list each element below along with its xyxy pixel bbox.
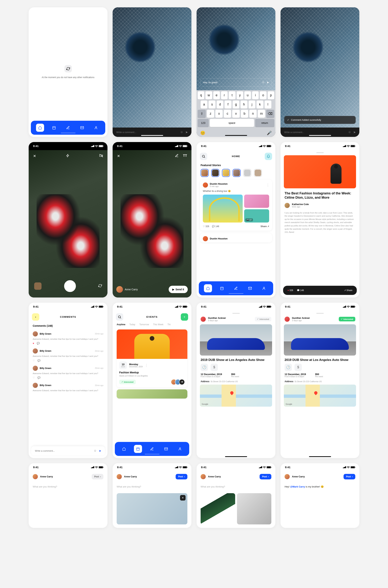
key-j[interactable]: j (248, 100, 255, 109)
event-map[interactable]: Google (284, 385, 356, 407)
more-icon[interactable]: ⋮ (145, 363, 148, 367)
mic-icon[interactable]: 🎤 (267, 131, 272, 135)
nav-profile[interactable] (260, 284, 268, 292)
attached-image[interactable] (237, 493, 271, 524)
key-return[interactable]: return (255, 119, 274, 127)
avatar[interactable] (117, 474, 122, 479)
key-o[interactable]: o (260, 91, 267, 99)
key-t[interactable]: t (229, 91, 235, 99)
text-icon[interactable]: TT (183, 154, 187, 158)
comment-button[interactable]: 💬 148 (297, 289, 304, 292)
attached-image[interactable] (201, 493, 235, 524)
key-a[interactable]: a (201, 100, 207, 109)
avatar[interactable] (33, 366, 38, 371)
nav-calendar[interactable] (134, 445, 142, 453)
share-button[interactable]: Share ↗ (261, 225, 269, 228)
compose-placeholder[interactable]: What are you thinking? (29, 482, 107, 491)
nav-profile[interactable] (176, 445, 184, 453)
interested-chip[interactable]: ✓ Interested (119, 380, 136, 384)
avatar[interactable] (33, 348, 38, 354)
key-q[interactable]: q (198, 91, 204, 99)
event-card[interactable]: 10MON MondayDecember, 2019 ⋮ Fashion Mee… (117, 329, 187, 388)
nav-compose[interactable] (232, 284, 240, 292)
nav-mail[interactable] (162, 445, 170, 453)
drag-handle[interactable] (232, 313, 240, 314)
key-r[interactable]: r (221, 91, 228, 99)
post-button[interactable]: Post › (176, 474, 187, 479)
avatar[interactable] (201, 474, 206, 479)
search-icon[interactable] (116, 313, 123, 321)
emoji-keyboard-icon[interactable]: 😊 (200, 131, 205, 135)
key-u[interactable]: u (244, 91, 251, 99)
like-button[interactable]: ♥ 326 (288, 289, 293, 292)
key-w[interactable]: w (205, 91, 212, 99)
key-x[interactable]: x (215, 110, 223, 118)
search-icon[interactable] (200, 153, 207, 160)
nav-mail[interactable] (246, 284, 254, 292)
post-image[interactable] (244, 195, 269, 208)
key-k[interactable]: k (256, 100, 263, 109)
tab-anytime[interactable]: Anytime (117, 323, 125, 326)
nav-calendar[interactable] (218, 284, 226, 292)
post-image[interactable] (203, 195, 243, 222)
notification-icon[interactable] (265, 153, 272, 160)
close-icon[interactable]: ✕ (117, 154, 120, 158)
tab-tomorrow[interactable]: Tomorrow (139, 323, 149, 326)
avatar[interactable] (33, 331, 38, 337)
key-h[interactable]: h (241, 100, 247, 109)
key-backspace[interactable]: ⌫ (266, 110, 274, 118)
interested-chip[interactable]: ✓ Interested (255, 317, 271, 321)
add-event-button[interactable]: + (181, 313, 188, 321)
event-card[interactable] (117, 389, 187, 398)
story-item[interactable] (222, 169, 230, 177)
drag-handle[interactable] (316, 152, 324, 153)
like-icon[interactable]: ♡ (33, 376, 35, 379)
nav-compose[interactable] (148, 445, 156, 453)
like-icon[interactable]: ♡ (33, 359, 35, 362)
attendee-avatars[interactable]: +9 (173, 379, 185, 385)
post-button[interactable]: Post › (343, 474, 355, 479)
compose-placeholder[interactable]: What are you thinking? (196, 482, 275, 491)
key-shift[interactable]: ⇧ (198, 110, 206, 118)
back-button[interactable]: ‹ (32, 313, 39, 321)
switch-camera-icon[interactable] (98, 284, 102, 289)
reply-icon[interactable]: 💬 (37, 376, 40, 379)
key-d[interactable]: d (217, 100, 223, 109)
send-icon[interactable]: ➤ (185, 130, 188, 134)
host-avatar[interactable] (285, 317, 290, 322)
avatar[interactable] (285, 474, 290, 479)
like-icon[interactable]: ♥ (33, 342, 34, 345)
compose-placeholder[interactable]: What are you thinking? (113, 482, 192, 491)
story-item[interactable] (254, 169, 262, 177)
send-button[interactable]: ▶ Send it (169, 286, 188, 293)
post-image-more[interactable]: 📷 17 (244, 209, 269, 222)
comment-input[interactable] (284, 131, 346, 134)
host-avatar[interactable] (201, 317, 206, 322)
video-off-icon[interactable] (99, 154, 103, 158)
edit-icon[interactable] (175, 154, 179, 158)
send-icon[interactable]: ➤ (267, 81, 269, 84)
reply-icon[interactable]: 💬 (37, 359, 40, 362)
nav-compose[interactable] (64, 124, 72, 132)
close-icon[interactable]: ✕ (33, 154, 36, 158)
nav-mail[interactable] (78, 124, 86, 132)
key-v[interactable]: v (232, 110, 240, 118)
share-button[interactable]: ↗ Share (344, 289, 352, 292)
key-i[interactable]: i (252, 91, 259, 99)
emoji-icon[interactable]: ☺ (262, 81, 265, 84)
key-p[interactable]: p (268, 91, 274, 99)
refresh-icon-button[interactable] (65, 65, 72, 73)
avatar[interactable] (203, 236, 208, 241)
flash-icon[interactable] (66, 154, 70, 158)
tab-this-week[interactable]: This Week (153, 323, 163, 326)
shutter-button[interactable] (64, 280, 76, 292)
story-item[interactable] (211, 169, 219, 177)
nav-home[interactable] (204, 284, 212, 292)
key-m[interactable]: m (258, 110, 265, 118)
key-z[interactable]: z (207, 110, 214, 118)
send-icon[interactable]: ➤ (99, 449, 101, 453)
key-e[interactable]: e (213, 91, 220, 99)
mention[interactable]: @Mark Carry (290, 485, 305, 488)
avatar[interactable] (203, 182, 208, 188)
key-g[interactable]: g (233, 100, 239, 109)
